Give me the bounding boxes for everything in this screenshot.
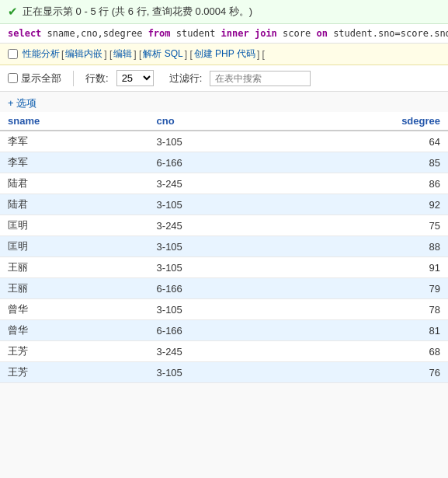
table-cell: 3-245 [149, 341, 279, 362]
sql-keyword-from: from [148, 28, 171, 39]
table-cell: 75 [278, 215, 448, 236]
data-table: sname cno sdegree 李军3-10564李军6-16685陆君3-… [0, 112, 448, 383]
table-row: 陆君3-10592 [0, 194, 448, 215]
table-cell: 78 [278, 299, 448, 320]
create-php-link[interactable]: 创建 PHP 代码 [193, 47, 257, 61]
table-row: 匡明3-10588 [0, 236, 448, 257]
table-cell: 68 [278, 341, 448, 362]
show-all-checkbox[interactable] [8, 73, 18, 83]
table-cell: 曾华 [0, 320, 149, 341]
table-cell: 曾华 [0, 299, 149, 320]
perf-link[interactable]: 性能分析 [21, 47, 61, 61]
table-cell: 81 [278, 320, 448, 341]
filter-input[interactable] [210, 71, 311, 86]
sql-bar: select sname,cno,sdegree from student in… [0, 24, 448, 44]
sql-condition: student.sno=score.sno [333, 28, 448, 39]
table-row: 王丽3-10591 [0, 257, 448, 278]
table-cell: 3-105 [149, 131, 279, 152]
table-cell: 王丽 [0, 257, 149, 278]
edit-link[interactable]: 编辑 [112, 47, 134, 61]
table-cell: 88 [278, 236, 448, 257]
col-sname: sname [0, 112, 149, 131]
sql-keyword-on: on [316, 28, 327, 39]
table-cell: 6-166 [149, 278, 279, 299]
table-row: 匡明3-24575 [0, 215, 448, 236]
col-cno: cno [149, 112, 279, 131]
table-cell: 陆君 [0, 173, 149, 194]
table-cell: 匡明 [0, 236, 149, 257]
table-cell: 85 [278, 152, 448, 173]
table-row: 曾华3-10578 [0, 299, 448, 320]
table-cell: 92 [278, 194, 448, 215]
table-cell: 3-105 [149, 299, 279, 320]
table-cell: 王丽 [0, 278, 149, 299]
table-row: 曾华6-16681 [0, 320, 448, 341]
table-cell: 3-245 [149, 215, 279, 236]
col-sdegree: sdegree [278, 112, 448, 131]
table-row: 陆君3-24586 [0, 173, 448, 194]
sql-table2: score [283, 28, 316, 39]
table-row: 王芳3-10576 [0, 362, 448, 383]
table-cell: 6-166 [149, 320, 279, 341]
divider [73, 71, 74, 86]
table-cell: 91 [278, 257, 448, 278]
table-cell: 陆君 [0, 194, 149, 215]
table-cell: 3-105 [149, 194, 279, 215]
filter-label: 过滤行: [169, 72, 203, 85]
sql-columns: sname,cno,sdegree [47, 28, 148, 39]
table-cell: 6-166 [149, 152, 279, 173]
table-cell: 3-105 [149, 362, 279, 383]
table-cell: 79 [278, 278, 448, 299]
row-count-label: 行数: [85, 72, 109, 85]
table-row: 李军6-16685 [0, 152, 448, 173]
sql-keyword-select: select [8, 28, 41, 39]
table-cell: 王芳 [0, 341, 149, 362]
top-bar: ✔ 正在显示第 0 - 5 行 (共 6 行, 查询花费 0.0004 秒。) [0, 0, 448, 24]
table-header-row: sname cno sdegree [0, 112, 448, 131]
check-icon: ✔ [8, 5, 18, 19]
table-cell: 王芳 [0, 362, 149, 383]
row-count-select[interactable]: 25 50 100 200 [116, 70, 154, 86]
table-cell: 3-105 [149, 236, 279, 257]
table-cell: 86 [278, 173, 448, 194]
sql-keyword-inner: inner [221, 28, 249, 39]
table-cell: 李军 [0, 131, 149, 152]
table-cell: 64 [278, 131, 448, 152]
top-bar-message: 正在显示第 0 - 5 行 (共 6 行, 查询花费 0.0004 秒。) [23, 5, 252, 19]
table-row: 王丽6-16679 [0, 278, 448, 299]
toolbar: 显示全部 行数: 25 50 100 200 过滤行: [0, 65, 448, 92]
table-cell: 76 [278, 362, 448, 383]
perf-checkbox[interactable] [8, 49, 18, 59]
parse-sql-link[interactable]: 解析 SQL [141, 47, 184, 61]
table-row: 李军3-10564 [0, 131, 448, 152]
sql-keyword-join: join [255, 28, 277, 39]
action-bar: 性能分析 [ 编辑内嵌 ] [ 编辑 ] [ 解析 SQL ] [ 创建 PHP… [0, 44, 448, 65]
table-cell: 3-105 [149, 257, 279, 278]
table-cell: 匡明 [0, 215, 149, 236]
table-cell: 3-245 [149, 173, 279, 194]
table-cell: 李军 [0, 152, 149, 173]
sql-table1: student [176, 28, 221, 39]
options-bar[interactable]: + 选项 [0, 92, 448, 112]
show-all-label[interactable]: 显示全部 [8, 72, 61, 85]
edit-inline-link[interactable]: 编辑内嵌 [64, 47, 104, 61]
table-row: 王芳3-24568 [0, 341, 448, 362]
